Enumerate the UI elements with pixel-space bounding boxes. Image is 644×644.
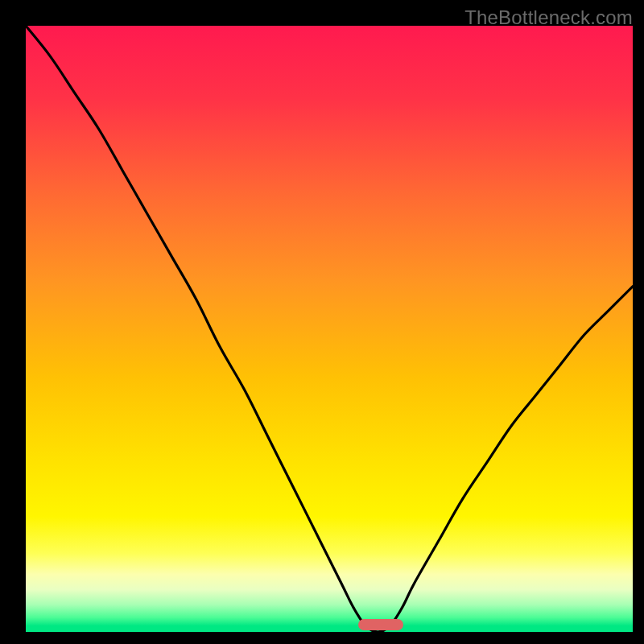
optimum-marker	[358, 619, 403, 630]
chart-frame: TheBottleneck.com	[0, 0, 644, 644]
bottleneck-curve	[26, 26, 633, 632]
plot-area	[26, 26, 633, 632]
watermark-text: TheBottleneck.com	[464, 6, 633, 29]
